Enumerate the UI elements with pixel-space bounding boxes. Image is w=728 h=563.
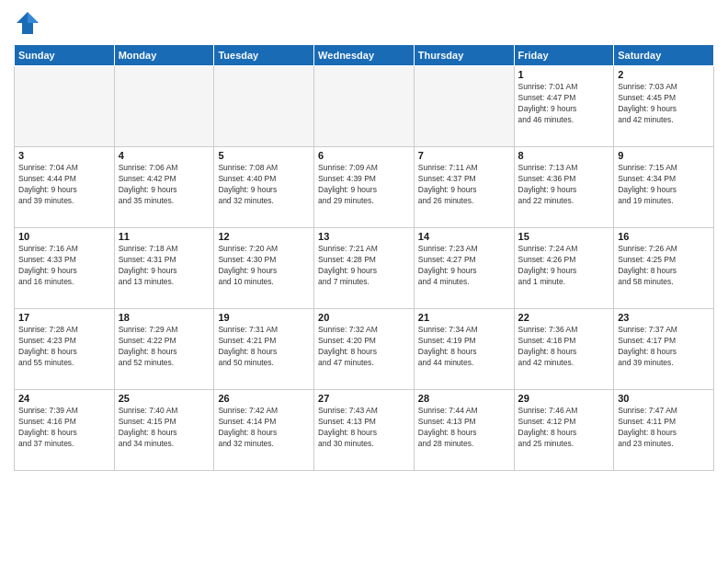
day-number: 19: [218, 312, 310, 323]
calendar-cell: 25Sunrise: 7:40 AM Sunset: 4:15 PM Dayli…: [114, 390, 214, 471]
calendar-week-4: 17Sunrise: 7:28 AM Sunset: 4:23 PM Dayli…: [15, 309, 714, 390]
calendar-cell: 6Sunrise: 7:09 AM Sunset: 4:39 PM Daylig…: [314, 147, 415, 228]
calendar-header-sunday: Sunday: [15, 45, 115, 66]
calendar-cell: 29Sunrise: 7:46 AM Sunset: 4:12 PM Dayli…: [514, 390, 614, 471]
day-number: 6: [318, 150, 410, 161]
day-info: Sunrise: 7:21 AM Sunset: 4:28 PM Dayligh…: [318, 244, 410, 288]
calendar-cell: 16Sunrise: 7:26 AM Sunset: 4:25 PM Dayli…: [614, 228, 714, 309]
day-info: Sunrise: 7:46 AM Sunset: 4:12 PM Dayligh…: [518, 406, 610, 450]
calendar-cell: 26Sunrise: 7:42 AM Sunset: 4:14 PM Dayli…: [214, 390, 314, 471]
day-number: 21: [418, 312, 510, 323]
day-number: 22: [518, 312, 610, 323]
day-number: 16: [618, 231, 710, 242]
calendar-cell: 18Sunrise: 7:29 AM Sunset: 4:22 PM Dayli…: [114, 309, 214, 390]
day-info: Sunrise: 7:15 AM Sunset: 4:34 PM Dayligh…: [618, 163, 710, 207]
calendar: SundayMondayTuesdayWednesdayThursdayFrid…: [14, 44, 714, 471]
calendar-cell: [15, 66, 115, 147]
calendar-week-1: 1Sunrise: 7:01 AM Sunset: 4:47 PM Daylig…: [15, 66, 714, 147]
day-number: 2: [618, 69, 710, 80]
day-info: Sunrise: 7:44 AM Sunset: 4:13 PM Dayligh…: [418, 406, 510, 450]
day-info: Sunrise: 7:29 AM Sunset: 4:22 PM Dayligh…: [119, 325, 210, 369]
day-info: Sunrise: 7:37 AM Sunset: 4:17 PM Dayligh…: [618, 325, 710, 369]
day-number: 23: [618, 312, 710, 323]
page: SundayMondayTuesdayWednesdayThursdayFrid…: [0, 0, 728, 563]
day-info: Sunrise: 7:09 AM Sunset: 4:39 PM Dayligh…: [318, 163, 410, 207]
calendar-cell: 22Sunrise: 7:36 AM Sunset: 4:18 PM Dayli…: [514, 309, 614, 390]
calendar-header-row: SundayMondayTuesdayWednesdayThursdayFrid…: [15, 45, 714, 66]
day-info: Sunrise: 7:47 AM Sunset: 4:11 PM Dayligh…: [618, 406, 710, 450]
calendar-week-5: 24Sunrise: 7:39 AM Sunset: 4:16 PM Dayli…: [15, 390, 714, 471]
calendar-cell: 23Sunrise: 7:37 AM Sunset: 4:17 PM Dayli…: [614, 309, 714, 390]
day-info: Sunrise: 7:34 AM Sunset: 4:19 PM Dayligh…: [418, 325, 510, 369]
calendar-cell: 30Sunrise: 7:47 AM Sunset: 4:11 PM Dayli…: [614, 390, 714, 471]
day-info: Sunrise: 7:03 AM Sunset: 4:45 PM Dayligh…: [618, 82, 710, 126]
logo-icon: [14, 9, 41, 37]
calendar-cell: [214, 66, 314, 147]
day-number: 10: [18, 231, 110, 242]
calendar-cell: 4Sunrise: 7:06 AM Sunset: 4:42 PM Daylig…: [114, 147, 214, 228]
calendar-cell: 9Sunrise: 7:15 AM Sunset: 4:34 PM Daylig…: [614, 147, 714, 228]
day-number: 17: [18, 312, 110, 323]
day-number: 7: [418, 150, 510, 161]
day-info: Sunrise: 7:18 AM Sunset: 4:31 PM Dayligh…: [119, 244, 210, 288]
day-number: 30: [618, 393, 710, 404]
calendar-header-wednesday: Wednesday: [314, 45, 415, 66]
day-info: Sunrise: 7:32 AM Sunset: 4:20 PM Dayligh…: [318, 325, 410, 369]
calendar-cell: 11Sunrise: 7:18 AM Sunset: 4:31 PM Dayli…: [114, 228, 214, 309]
calendar-cell: 28Sunrise: 7:44 AM Sunset: 4:13 PM Dayli…: [414, 390, 514, 471]
day-info: Sunrise: 7:26 AM Sunset: 4:25 PM Dayligh…: [618, 244, 710, 288]
calendar-cell: 5Sunrise: 7:08 AM Sunset: 4:40 PM Daylig…: [214, 147, 314, 228]
day-number: 28: [418, 393, 510, 404]
day-number: 4: [119, 150, 210, 161]
day-number: 20: [318, 312, 410, 323]
day-info: Sunrise: 7:43 AM Sunset: 4:13 PM Dayligh…: [318, 406, 410, 450]
calendar-cell: 17Sunrise: 7:28 AM Sunset: 4:23 PM Dayli…: [15, 309, 115, 390]
day-info: Sunrise: 7:04 AM Sunset: 4:44 PM Dayligh…: [18, 163, 110, 207]
calendar-cell: 15Sunrise: 7:24 AM Sunset: 4:26 PM Dayli…: [514, 228, 614, 309]
logo: [14, 9, 45, 37]
day-info: Sunrise: 7:08 AM Sunset: 4:40 PM Dayligh…: [218, 163, 310, 207]
day-info: Sunrise: 7:23 AM Sunset: 4:27 PM Dayligh…: [418, 244, 510, 288]
calendar-cell: [314, 66, 415, 147]
day-info: Sunrise: 7:13 AM Sunset: 4:36 PM Dayligh…: [518, 163, 610, 207]
calendar-week-2: 3Sunrise: 7:04 AM Sunset: 4:44 PM Daylig…: [15, 147, 714, 228]
calendar-header-saturday: Saturday: [614, 45, 714, 66]
day-info: Sunrise: 7:36 AM Sunset: 4:18 PM Dayligh…: [518, 325, 610, 369]
calendar-cell: 24Sunrise: 7:39 AM Sunset: 4:16 PM Dayli…: [15, 390, 115, 471]
calendar-cell: 27Sunrise: 7:43 AM Sunset: 4:13 PM Dayli…: [314, 390, 415, 471]
day-number: 14: [418, 231, 510, 242]
calendar-header-friday: Friday: [514, 45, 614, 66]
calendar-cell: 8Sunrise: 7:13 AM Sunset: 4:36 PM Daylig…: [514, 147, 614, 228]
calendar-week-3: 10Sunrise: 7:16 AM Sunset: 4:33 PM Dayli…: [15, 228, 714, 309]
day-number: 3: [18, 150, 110, 161]
day-number: 27: [318, 393, 410, 404]
day-info: Sunrise: 7:42 AM Sunset: 4:14 PM Dayligh…: [218, 406, 310, 450]
calendar-cell: 10Sunrise: 7:16 AM Sunset: 4:33 PM Dayli…: [15, 228, 115, 309]
calendar-cell: 20Sunrise: 7:32 AM Sunset: 4:20 PM Dayli…: [314, 309, 415, 390]
day-info: Sunrise: 7:28 AM Sunset: 4:23 PM Dayligh…: [18, 325, 110, 369]
calendar-cell: [114, 66, 214, 147]
calendar-header-monday: Monday: [114, 45, 214, 66]
header: [14, 9, 714, 37]
calendar-cell: 21Sunrise: 7:34 AM Sunset: 4:19 PM Dayli…: [414, 309, 514, 390]
calendar-cell: 2Sunrise: 7:03 AM Sunset: 4:45 PM Daylig…: [614, 66, 714, 147]
day-number: 9: [618, 150, 710, 161]
calendar-cell: 12Sunrise: 7:20 AM Sunset: 4:30 PM Dayli…: [214, 228, 314, 309]
calendar-cell: 14Sunrise: 7:23 AM Sunset: 4:27 PM Dayli…: [414, 228, 514, 309]
day-info: Sunrise: 7:24 AM Sunset: 4:26 PM Dayligh…: [518, 244, 610, 288]
day-info: Sunrise: 7:31 AM Sunset: 4:21 PM Dayligh…: [218, 325, 310, 369]
day-info: Sunrise: 7:06 AM Sunset: 4:42 PM Dayligh…: [119, 163, 210, 207]
day-number: 24: [18, 393, 110, 404]
day-number: 26: [218, 393, 310, 404]
day-number: 13: [318, 231, 410, 242]
day-info: Sunrise: 7:01 AM Sunset: 4:47 PM Dayligh…: [518, 82, 610, 126]
day-number: 18: [119, 312, 210, 323]
day-number: 1: [518, 69, 610, 80]
calendar-header-tuesday: Tuesday: [214, 45, 314, 66]
day-number: 12: [218, 231, 310, 242]
calendar-cell: 1Sunrise: 7:01 AM Sunset: 4:47 PM Daylig…: [514, 66, 614, 147]
day-number: 29: [518, 393, 610, 404]
calendar-header-thursday: Thursday: [414, 45, 514, 66]
day-number: 5: [218, 150, 310, 161]
day-info: Sunrise: 7:20 AM Sunset: 4:30 PM Dayligh…: [218, 244, 310, 288]
